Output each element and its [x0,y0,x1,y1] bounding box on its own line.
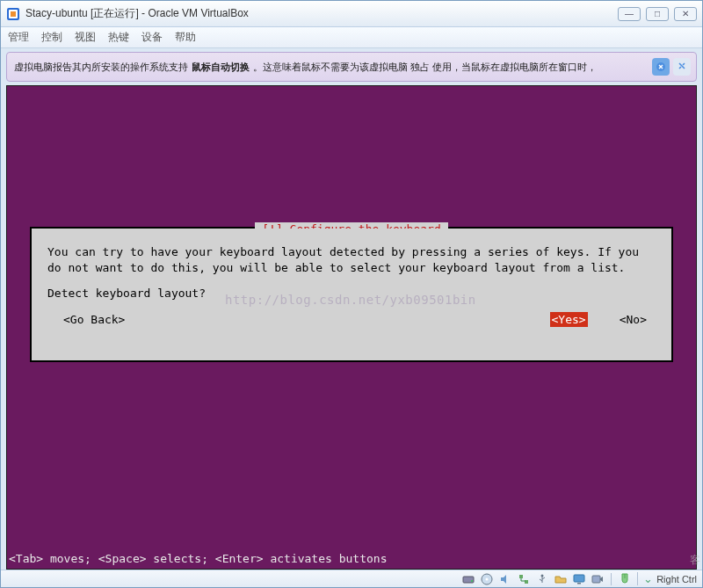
virtualbox-icon [6,7,20,21]
no-button[interactable]: <No> [620,312,647,328]
dialog-body-text: You can try to have your keyboard layout… [47,244,656,275]
svg-rect-2 [11,11,16,17]
notification-pin-icon[interactable] [673,58,691,76]
menubar: 管理 控制 视图 热键 设备 帮助 [1,27,702,48]
menu-help[interactable]: 帮助 [175,30,196,45]
dialog-container: [!] Configure the keyboard You can try t… [30,227,673,362]
menu-hotkeys[interactable]: 热键 [108,30,129,45]
host-key-indicator: ⌄ Right Ctrl [637,572,697,585]
notification-dismiss-icon[interactable] [652,58,670,76]
separator [611,573,612,585]
svg-rect-12 [577,583,581,584]
menu-devices[interactable]: 设备 [141,30,163,45]
display-icon[interactable] [572,572,586,586]
mouse-integration-icon[interactable] [618,572,632,586]
titlebar[interactable]: Stacy-ubuntu [正在运行] - Oracle VM VirtualB… [1,1,702,27]
configure-keyboard-dialog: [!] Configure the keyboard You can try t… [30,227,673,362]
optical-disk-icon[interactable] [480,572,494,586]
help-line: <Tab> moves; <Space> selects; <Enter> ac… [9,552,387,565]
minimize-button[interactable]: — [618,7,641,21]
audio-icon[interactable] [498,572,512,586]
host-key-label: Right Ctrl [656,574,697,584]
ubuntu-installer: [!] Configure the keyboard You can try t… [7,86,696,569]
vm-display[interactable]: [!] Configure the keyboard You can try t… [6,85,697,570]
window-controls: — □ ✕ [618,7,697,21]
notification-text-bold: 鼠标自动切换 [192,61,250,74]
virtualbox-window: Stacy-ubuntu [正在运行] - Oracle VM VirtualB… [0,0,703,588]
svg-rect-8 [519,575,523,578]
menu-control[interactable]: 控制 [41,30,62,45]
page-watermark: 客 [690,553,700,568]
svg-rect-11 [574,575,584,582]
host-key-arrow-icon: ⌄ [643,572,653,585]
yes-button[interactable]: <Yes> [550,312,588,328]
maximize-button[interactable]: □ [646,7,669,21]
recording-icon[interactable] [591,572,605,586]
close-button[interactable]: ✕ [674,7,697,21]
usb-icon[interactable] [535,572,549,586]
network-icon[interactable] [517,572,531,586]
svg-rect-13 [592,576,600,583]
svg-point-5 [471,580,473,582]
window-title: Stacy-ubuntu [正在运行] - Oracle VM VirtualB… [25,6,618,21]
shared-folders-icon[interactable] [554,572,568,586]
blog-watermark: http://blog.csdn.net/yxb09501bin [225,292,476,309]
svg-point-7 [486,577,489,580]
hard-disk-icon[interactable] [461,572,475,586]
notification-text-prefix: 虚拟电脑报告其内所安装的操作系统支持 [14,61,188,74]
menu-view[interactable]: 视图 [75,30,96,45]
notification-bar: 虚拟电脑报告其内所安装的操作系统支持 鼠标自动切换 。这意味着鼠标不需要为该虚拟… [6,52,697,82]
go-back-button[interactable]: <Go Back> [63,312,125,328]
menu-manage[interactable]: 管理 [8,30,29,45]
statusbar: ⌄ Right Ctrl [1,570,702,587]
notification-text-suffix: 。这意味着鼠标不需要为该虚拟电脑 独占 使用，当鼠标在虚拟电脑所在窗口时， [253,61,597,74]
status-icons [461,572,632,586]
